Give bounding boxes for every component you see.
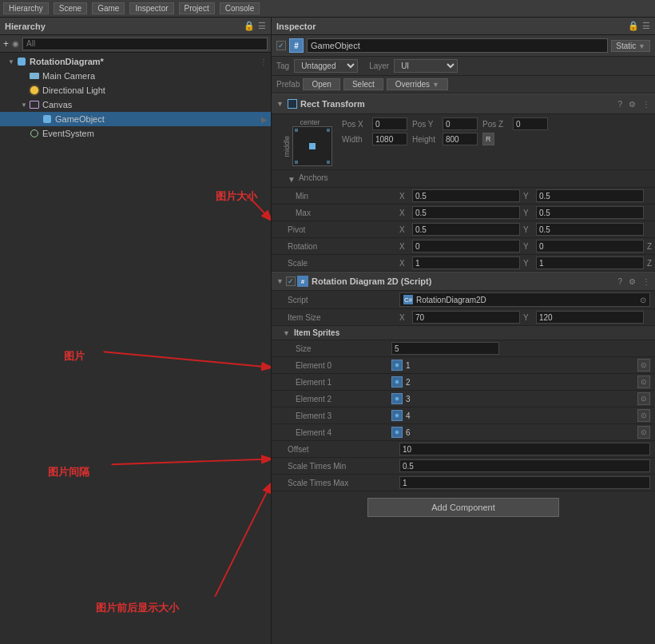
element-0-sprite-name: 1: [406, 361, 411, 370]
toolbar-project-btn[interactable]: Project: [179, 2, 215, 14]
element-3-target-btn[interactable]: ⊙: [637, 409, 650, 422]
pivot-x-input[interactable]: [412, 223, 520, 236]
element-4-label: Element 4: [296, 428, 391, 437]
script-settings-icon[interactable]: ⚙: [629, 277, 636, 286]
element-2-label: Element 2: [296, 395, 391, 403]
hierarchy-add-icon[interactable]: +: [3, 38, 9, 50]
scale-times-min-label: Scale Times Min: [288, 462, 399, 471]
go-active-checkbox[interactable]: [276, 41, 286, 50]
sprites-size-row: Size: [272, 340, 655, 357]
pos-z-input[interactable]: [513, 117, 548, 130]
toolbar-scene-btn[interactable]: Scene: [54, 2, 87, 14]
item-size-x-input[interactable]: [412, 311, 520, 324]
tree-item-directional-light[interactable]: Directional Light: [0, 83, 271, 97]
anchor-max-x-input[interactable]: [412, 206, 520, 219]
anchors-fold-arrow[interactable]: ▼: [288, 173, 296, 184]
script-help-icon[interactable]: ?: [617, 277, 622, 286]
element-2-target-btn[interactable]: ⊙: [637, 392, 650, 405]
offset-input[interactable]: [399, 443, 650, 455]
go-name-input[interactable]: [307, 38, 608, 53]
rotation-x-input[interactable]: [412, 240, 520, 252]
script-section-header[interactable]: ▼ # Rotation Diagram 2D (Script) ? ⚙ ⋮: [272, 272, 655, 291]
hierarchy-lock-icon[interactable]: 🔒: [244, 21, 255, 31]
pivot-label: Pivot: [288, 225, 399, 234]
height-label: Height: [412, 135, 441, 144]
element-2-value: 3 ⊙: [391, 392, 650, 405]
hierarchy-tree: ▼ RotationDiagram* ⋮ Main Camera: [0, 53, 271, 644]
add-component-button[interactable]: Add Component: [367, 498, 559, 517]
width-input[interactable]: [372, 133, 407, 145]
tree-item-canvas[interactable]: ▼ Canvas: [0, 97, 271, 112]
scale-times-max-value: [399, 476, 650, 489]
toolbar-hierarchy-btn[interactable]: Hierarchy: [3, 2, 49, 14]
pos-y-input[interactable]: [443, 117, 478, 130]
item-size-y-input[interactable]: [536, 311, 644, 324]
tree-label-rotation: RotationDiagram*: [30, 57, 104, 66]
element-0-target-btn[interactable]: ⊙: [637, 359, 650, 372]
tree-item-eventsystem[interactable]: EventSystem: [0, 126, 271, 141]
rotation-y-label: Y: [523, 242, 533, 251]
tree-options-rotation[interactable]: ⋮: [260, 58, 271, 66]
hierarchy-menu-icon[interactable]: ☰: [258, 21, 266, 31]
element-4-value: 6 ⊙: [391, 426, 650, 439]
hierarchy-search-input[interactable]: [22, 38, 268, 50]
anchor-min-x-input[interactable]: [412, 189, 520, 202]
scale-y-input[interactable]: [536, 256, 644, 269]
toolbar-console-btn[interactable]: Console: [220, 2, 260, 14]
rect-transform-title: Rect Transform: [300, 99, 365, 109]
scale-times-min-input[interactable]: [399, 459, 650, 472]
tag-dropdown[interactable]: Untagged: [294, 59, 358, 73]
height-input[interactable]: [443, 133, 478, 145]
inspector-menu-icon[interactable]: ☰: [642, 21, 650, 31]
rect-settings-icon[interactable]: ⚙: [629, 100, 636, 109]
script-menu-icon[interactable]: ⋮: [642, 277, 650, 286]
anchor-min-y-input[interactable]: [536, 189, 644, 202]
top-toolbar: Hierarchy Scene Game Inspector Project C…: [0, 0, 655, 18]
script-value[interactable]: C# RotationDiagram2D ⊙: [399, 292, 650, 307]
rect-anchor-graphic-area: center middle: [283, 117, 337, 166]
pos-x-field: Pos X: [342, 117, 407, 130]
rect-menu-icon[interactable]: ⋮: [642, 100, 650, 109]
sprites-size-input[interactable]: [391, 342, 499, 355]
element-1-target-btn[interactable]: ⊙: [637, 376, 650, 388]
item-sprites-header[interactable]: ▼ Item Sprites: [272, 326, 655, 340]
static-button[interactable]: Static ▼: [611, 40, 650, 52]
tree-item-main-camera[interactable]: Main Camera: [0, 69, 271, 83]
overrides-button[interactable]: Overrides ▼: [387, 78, 448, 90]
rect-help-icon[interactable]: ?: [617, 100, 622, 109]
inspector-title: Inspector: [276, 22, 316, 31]
toolbar-game-btn[interactable]: Game: [92, 2, 125, 14]
script-label: Script: [288, 296, 399, 304]
scale-x-input[interactable]: [412, 256, 520, 269]
anchor-max-y-input[interactable]: [536, 206, 644, 219]
script-active-checkbox[interactable]: [286, 276, 296, 286]
pivot-y-input[interactable]: [536, 223, 644, 236]
rect-transform-section-header[interactable]: ▼ Rect Transform ? ⚙ ⋮: [272, 93, 655, 114]
rect-content-row: center middle: [272, 114, 655, 170]
pos-x-input[interactable]: [372, 117, 407, 130]
hierarchy-all-label: ◉: [12, 39, 19, 48]
scale-times-max-input[interactable]: [399, 476, 650, 489]
overrides-dropdown-arrow: ▼: [432, 81, 439, 89]
tree-label-camera: Main Camera: [42, 71, 95, 81]
script-target-icon[interactable]: ⊙: [640, 296, 646, 304]
element-4-target-btn[interactable]: ⊙: [637, 426, 650, 439]
pivot-value: X Y: [399, 223, 650, 236]
inspector-header: Inspector 🔒 ☰: [272, 18, 655, 35]
inspector-panel: Inspector 🔒 ☰ # Static ▼ Tag Untagged: [272, 18, 655, 644]
toolbar-inspector-btn[interactable]: Inspector: [129, 2, 173, 14]
tree-icon-eventsystem: [29, 128, 40, 139]
select-button[interactable]: Select: [343, 78, 383, 90]
rotation-y-input[interactable]: [536, 240, 644, 252]
tree-item-rotation-diagram[interactable]: ▼ RotationDiagram* ⋮: [0, 54, 271, 69]
rect-graphic[interactable]: [292, 126, 332, 166]
anchor-max-label: Max: [288, 209, 399, 217]
layer-dropdown[interactable]: UI: [394, 59, 458, 73]
inspector-lock-icon[interactable]: 🔒: [628, 21, 639, 31]
anchor-max-value: X Y: [399, 206, 650, 219]
open-button[interactable]: Open: [303, 78, 339, 90]
tree-item-gameobject[interactable]: GameObject ▶: [0, 112, 271, 126]
center-label: center: [290, 118, 330, 126]
rect-r-button[interactable]: R: [482, 133, 494, 145]
item-sprites-title: Item Sprites: [294, 328, 339, 337]
